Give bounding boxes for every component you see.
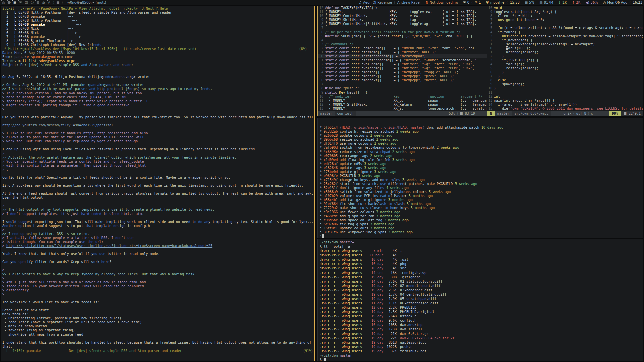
commit-hash: 52e131f <box>324 186 340 190</box>
mail-body-line: On Aug 5, 2012, at 16:35, Hiltjo Posthum… <box>2 75 313 79</box>
commit-hash: df014f0 <box>324 142 340 145</box>
dwm-tag-1-icon[interactable]: ◍ <box>1 0 6 5</box>
mutt-index-row[interactable]: 3 L 06/08 Hiltjo Posthuma │ └─> <box>2 19 313 23</box>
mutt-index-row[interactable]: 4 L 06/08 pancake │ └─> <box>2 23 313 27</box>
table-row[interactable]: .rw-r--r--w0ng:users12 day2.2KPKGBUILD <box>320 305 641 310</box>
vim-code-line: 1 arrange(selmon); <box>487 50 643 54</box>
mail-body-line: > allows me to pass the date of the late… <box>2 135 313 139</box>
line-number: 15 <box>487 107 494 111</box>
files-terminal-window[interactable]: ~/git/dwm master= λ ll --potsf -a drwxr-… <box>317 239 643 361</box>
vim-code-line: 15 die("dwm-"VERSION", © 2006-2011 dwm e… <box>487 107 643 111</box>
mutt-index-row[interactable]: 8 L 05/08 Bjartur Thorlaciu └─> <box>2 39 313 43</box>
vim-code-line: 1static const char *scratchpadcmd[] = { … <box>318 58 487 62</box>
hyperlink[interactable]: https://api.twitter.com/1/statuses/user_… <box>6 244 212 248</box>
layout-tiled-icon[interactable]: ▦ <box>55 1 61 4</box>
table-row[interactable]: drwxr-xr-xw0ng:users10 day4Ksrc <box>320 266 641 270</box>
table-row[interactable]: drwxr-xr-xw0ng:users< min4K. <box>320 249 641 253</box>
table-row[interactable]: .rw-r--r--w0ng:users10 day173Bdwm.instal… <box>320 327 641 331</box>
mail-body-line: > <box>2 107 313 111</box>
mail-body-line: I understand that this workflow shouldnt… <box>2 341 313 345</box>
status-label: 15:53 <box>510 1 520 4</box>
table-row[interactable]: .rw-r--r--w0ng:users14 day7.6K01-statusc… <box>320 279 641 284</box>
commit-hash: c98d5ac <box>324 218 340 222</box>
vim-code-line: 13main(int argc, char *argv[]) { <box>487 99 643 103</box>
dwm-tag-6-icon[interactable]: ☺ <box>29 0 35 5</box>
table-row[interactable]: .rw-r--r--w0ng:users10 day103Bdwm.deskto… <box>320 323 641 327</box>
mutt-index-row[interactable]: 5 L 06/08 Nick ├─> <box>2 27 313 31</box>
vim-pane-config-h[interactable]: 12#define TAGKEYS(KEY,TAG) \11{ MODKEY, … <box>318 6 487 111</box>
vim-code-line: 5 for(c = selmon->clients; c && !(found … <box>487 26 643 30</box>
dwm-tag-9-icon[interactable]: Λ <box>46 0 52 5</box>
table-row[interactable]: .rw-r--r--w0ng:users19 day21Kdwm-6.0.tar… <box>320 331 641 336</box>
table-row[interactable]: .rw-r--r--w0ng:users11 day1.1K06-attacha… <box>320 301 641 305</box>
permissions-cell: .rw-r--r-- <box>320 279 342 284</box>
line-number: 2 <box>318 62 325 66</box>
mutt-index-row[interactable]: 2 L 06/08 pancake ├─> <box>2 15 313 19</box>
dwm-tag-2-icon[interactable]: ☻ <box>6 0 12 5</box>
table-row[interactable]: .rw-r--r--w0ng:users19 day1022Bpush.c <box>320 345 641 349</box>
dwm-tag-8-icon[interactable]: ◕ <box>41 0 46 5</box>
tag-client-indicator <box>12 0 13 1</box>
vim-pane-dwm-c[interactable]: 10void 9togglescratch(const Arg *arg) { … <box>487 6 643 111</box>
mutt-index-row[interactable]: 9 L 01/08 Christoph Lohmann [dev] New fr… <box>2 43 313 47</box>
commit-hash: 5fb51c4 <box>324 126 340 129</box>
commit-age: 3 months ago <box>388 198 413 202</box>
owner-cell: w0ng:users <box>342 340 366 345</box>
table-row[interactable]: .rw-r--r--w0ng:users14 sec16K.config.h.s… <box>320 270 641 275</box>
commit-graph-node: * <box>320 218 324 222</box>
mutt-index-row[interactable]: 6 L 06/08 Nick │ └─> <box>2 31 313 35</box>
table-row[interactable]: .rw-r--r--w0ng:users19 day37Kterminus2.b… <box>320 349 641 353</box>
table-row[interactable]: .rw-r--r--w0ng:users19 day1.7K04-centred… <box>320 292 641 297</box>
table-row[interactable]: .rw-r--r--w0ng:users19 day1.3KPKGBUILD.o… <box>320 310 641 314</box>
commit-hash: e9698fe <box>324 174 340 178</box>
table-row[interactable]: drwxr-xr-xw0ng:users27 hour4K.. <box>320 253 641 257</box>
mutt-terminal-window[interactable]: i:Exit -:PrevPg <PageDown>:NextPg v:View… <box>1 6 315 361</box>
vim-terminal-window[interactable]: 12#define TAGKEYS(KEY,TAG) \11{ MODKEY, … <box>317 6 643 116</box>
table-row[interactable]: .rw-r--r--w0ng:users19 day1.2K02-monocle… <box>320 284 641 288</box>
hyperlink[interactable]: http://hq.youterm.com/mksend/file/14984e… <box>2 123 113 127</box>
git-log-terminal-window[interactable]: * 5fb51c4 (HEAD, origin/master, origin/H… <box>317 118 643 238</box>
table-row[interactable]: .rw-r--r--w0ng:users19 day764Bbstack.c <box>320 314 641 318</box>
pager-prompt[interactable]: : <box>320 234 641 238</box>
commit-age: 2 weeks ago <box>437 146 459 149</box>
commit-message: change hotkeys, add more rules <box>340 178 402 182</box>
thread-tree-icon: │ └─> <box>67 19 79 22</box>
music-note-icon: ♫ <box>359 1 362 4</box>
mutt-index-row[interactable]: 1 L 05/08 Hiltjo Posthuma [dev] sfeed: a… <box>2 11 313 15</box>
mtime-cell: 14 sec <box>366 270 383 275</box>
table-row[interactable]: drwxr-xr-xw0ng:users10 day4Kpkg <box>320 262 641 266</box>
table-row[interactable]: .rw-r--r--w0ng:users19 day851Bgaplessgri… <box>320 340 641 345</box>
table-row[interactable]: .rw-r--r--w0ng:users10 day9.6Kconfig.h <box>320 318 641 323</box>
filename-label: src/dwm-6.0/dwm.c <box>512 111 551 116</box>
mail-body-line <box>2 264 313 268</box>
commit-hash: edf28af <box>324 162 340 166</box>
mail-body-line: > https://api.twitter.com/1/statuses/use… <box>2 244 313 248</box>
dwm-tag-5-icon[interactable]: ⊡ <box>23 0 29 5</box>
dwm-tag-7-icon[interactable]: ⊟ <box>35 0 41 5</box>
table-row[interactable]: drwxr-xr-xw0ng:users10 day4K.git <box>320 257 641 262</box>
size-cell: 9.6K <box>383 318 397 323</box>
commit-message: resize scratchpad <box>340 138 376 141</box>
commit-hash: 31f31f6 <box>324 230 340 234</box>
dwm-tag-4-icon[interactable]: ✉ <box>18 0 23 5</box>
mutt-header-row: Subject: Re: [dev] sfeed: a simple RSS a… <box>2 63 313 67</box>
commit-age: 3 months ago <box>384 218 409 222</box>
mutt-index-row[interactable]: 7 L 06/08 pancake │ └─> <box>2 35 313 39</box>
dwm-tag-3-icon[interactable]: ▣ <box>12 0 18 5</box>
mutt-message-index: 1 L 05/08 Hiltjo Posthuma [dev] sfeed: a… <box>2 11 313 47</box>
mtime-cell: 14 day <box>366 279 383 284</box>
mail-body-line: I end up using wget and using local file… <box>2 147 313 152</box>
table-row[interactable]: .rw-r--r--w0ng:users19 day1.9K05-scratch… <box>320 297 641 301</box>
commit-age: 3 weeks ago <box>392 158 415 162</box>
filename-cell: src <box>400 266 406 270</box>
commit-message: add floating rule for feh <box>340 158 392 162</box>
shell-prompt-input[interactable]: λ <box>320 358 641 361</box>
table-row[interactable]: .rw-r--r--w0ng:users19 day30B.gitignore <box>320 275 641 279</box>
line-number: 10 <box>487 6 494 10</box>
table-row[interactable]: .rw-r--r--w0ng:users19 day22Kdwm-6.0-1-x… <box>320 336 641 340</box>
table-row[interactable]: .rw-r--r--w0ng:users19 day2.6K03-noborde… <box>320 288 641 292</box>
shell-command[interactable]: λ ll --potsf -a <box>320 244 641 249</box>
line-number: 2 <box>487 54 494 58</box>
commit-message: volume: use PCM instead of Master <box>340 194 409 198</box>
size-cell: 4K <box>383 253 397 257</box>
